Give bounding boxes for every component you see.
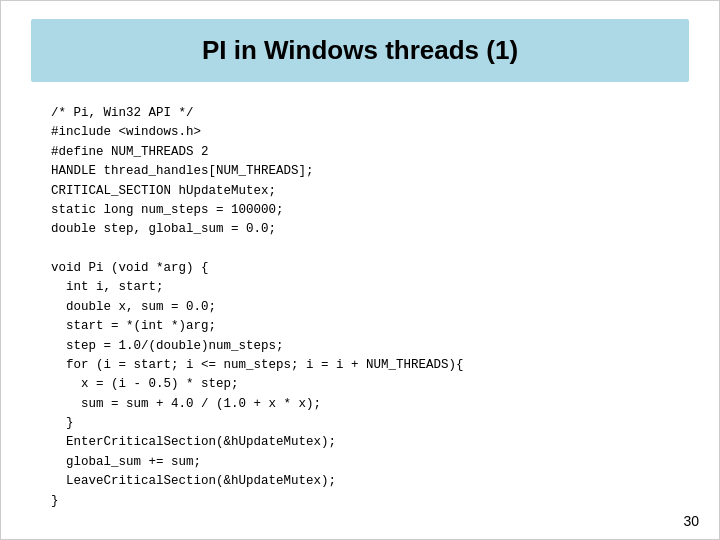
page-number: 30 [683,513,699,529]
slide-title: PI in Windows threads (1) [202,35,518,65]
code-block: /* Pi, Win32 API */ #include <windows.h>… [1,94,719,539]
slide-container: PI in Windows threads (1) /* Pi, Win32 A… [0,0,720,540]
title-bar: PI in Windows threads (1) [31,19,689,82]
